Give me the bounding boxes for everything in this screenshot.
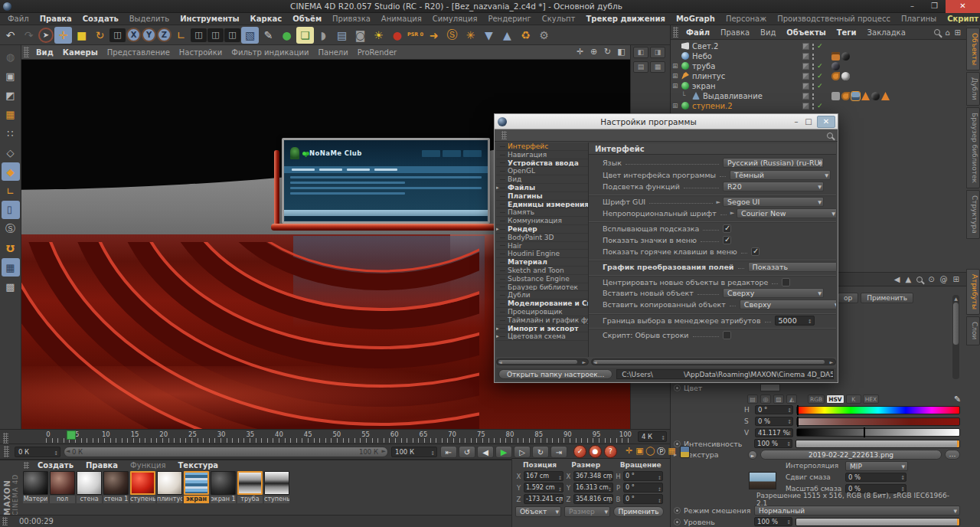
left-tool-icon[interactable]: Ⓢ bbox=[2, 220, 20, 238]
channel-radio[interactable] bbox=[674, 385, 681, 391]
layout-toggle3-icon[interactable]: ▤ bbox=[633, 61, 648, 73]
coords-size-select[interactable]: Размер bbox=[564, 506, 610, 517]
settings-tree-item[interactable]: Houdini Engine bbox=[496, 250, 588, 258]
object-name[interactable]: Выдавливание bbox=[703, 91, 763, 101]
menu-item[interactable]: Привязка bbox=[327, 13, 376, 25]
apply-button[interactable]: Применить bbox=[613, 506, 664, 517]
object-tag-icon[interactable] bbox=[841, 92, 850, 100]
object-tag-icon[interactable] bbox=[831, 72, 840, 80]
pref-checkbox[interactable] bbox=[723, 224, 731, 233]
size-field[interactable]: 367.348 cm bbox=[573, 471, 613, 481]
menu-item[interactable]: Файл bbox=[2, 13, 34, 25]
object-row[interactable]: ⊞ └ труба ✓ bbox=[671, 61, 967, 71]
drag-grip[interactable] bbox=[501, 131, 507, 139]
left-tool-icon[interactable]: ∷ bbox=[2, 124, 20, 142]
size-field[interactable]: 354.816 cm bbox=[573, 494, 613, 504]
settings-tree-item[interactable]: Дубли bbox=[496, 291, 588, 300]
material-item[interactable]: Матери bbox=[23, 471, 48, 503]
menu-item[interactable]: Трекер движения bbox=[580, 13, 670, 25]
toolbar-icon[interactable]: ➤ bbox=[38, 28, 54, 43]
playback-button[interactable]: ▷ bbox=[514, 446, 531, 458]
object-tag-icon[interactable] bbox=[831, 62, 840, 70]
layer-chip[interactable] bbox=[802, 63, 809, 70]
menu-item[interactable]: MoGraph bbox=[671, 13, 720, 25]
settings-tree-item[interactable]: Файлы bbox=[496, 184, 588, 192]
settings-tree-item[interactable]: Цветовая схема bbox=[496, 332, 588, 341]
viewport-nav-icon[interactable]: ◧ bbox=[616, 47, 627, 57]
object-name[interactable]: Свет.2 bbox=[692, 41, 718, 51]
material-sphere[interactable] bbox=[184, 471, 209, 495]
minimize-button[interactable]: – bbox=[901, 0, 923, 13]
toolbar-icon[interactable]: ❏ bbox=[296, 27, 314, 44]
range-end-field[interactable]: 100 К bbox=[391, 447, 437, 457]
visibility-dots[interactable] bbox=[812, 43, 815, 50]
toolbar-icon[interactable]: ✎ bbox=[260, 27, 277, 44]
attr-search-icon[interactable] bbox=[916, 277, 923, 283]
enabled-check-icon[interactable]: ✓ bbox=[817, 81, 823, 91]
toolbar-icon[interactable]: ✛ bbox=[54, 27, 72, 44]
viewport-nav-icon[interactable]: ✛ bbox=[574, 47, 586, 57]
timeline-range-slider[interactable]: 0 К 100 К bbox=[64, 447, 388, 457]
menu-item[interactable]: Анимация bbox=[376, 13, 427, 25]
pref-dropdown[interactable]: Сверху bbox=[723, 288, 824, 298]
material-sphere[interactable] bbox=[23, 471, 48, 495]
menu-item[interactable]: Плагины bbox=[896, 13, 942, 25]
visibility-dots[interactable] bbox=[812, 53, 815, 60]
object-tag-icon[interactable] bbox=[841, 72, 850, 80]
visibility-dots[interactable] bbox=[812, 93, 815, 100]
menu-item[interactable]: Каркас bbox=[245, 13, 288, 25]
playback-button[interactable]: ⇥ bbox=[550, 446, 567, 458]
object-name[interactable]: плинтус bbox=[692, 71, 725, 81]
saturation-value[interactable]: 0 % bbox=[755, 417, 793, 426]
value-value[interactable]: 41.117 % bbox=[755, 428, 793, 437]
object-row[interactable]: ⊞ └ Выдавливание ✓ bbox=[671, 91, 967, 101]
left-tool-icon[interactable]: ◆ bbox=[2, 162, 20, 181]
expand-icon[interactable]: ⊞ bbox=[672, 61, 679, 71]
panel-tab[interactable]: Объекты bbox=[966, 28, 980, 70]
settings-tree-item[interactable]: Проецировщик bbox=[496, 308, 588, 316]
texture-browse-button[interactable]: … bbox=[945, 450, 960, 460]
settings-tree-item[interactable]: OpenGL bbox=[496, 167, 588, 175]
object-tag-icon[interactable] bbox=[831, 92, 840, 100]
object-row[interactable]: ⊞ └ экран ✓ bbox=[671, 81, 967, 91]
menu-item[interactable]: Инструменты bbox=[175, 13, 244, 25]
toolbar-icon[interactable]: ● bbox=[388, 27, 406, 44]
range-start-field[interactable]: 0 К bbox=[15, 447, 60, 457]
left-tool-icon[interactable]: ∟ bbox=[2, 182, 20, 200]
material-item[interactable]: пол bbox=[50, 471, 75, 503]
record-button[interactable]: ? bbox=[604, 445, 617, 458]
toolbar-icon[interactable]: ↻ bbox=[91, 27, 109, 44]
settings-tree-item[interactable]: Hair bbox=[496, 242, 588, 250]
object-tag-icon[interactable] bbox=[831, 52, 840, 61]
size-field[interactable]: 16.313 cm bbox=[573, 483, 613, 493]
keying-toggle[interactable]: ◯ bbox=[645, 446, 655, 457]
layer-chip[interactable] bbox=[802, 83, 809, 90]
enabled-check-icon[interactable]: ✓ bbox=[817, 71, 823, 81]
material-item[interactable]: ступень bbox=[130, 471, 155, 503]
attr-add-icon[interactable]: ⊞ bbox=[953, 275, 959, 283]
layer-chip[interactable] bbox=[802, 53, 809, 60]
toolbar-icon[interactable]: ↷ bbox=[20, 27, 38, 44]
visibility-dots[interactable] bbox=[812, 83, 815, 90]
toolbar-icon[interactable]: ◗ bbox=[315, 27, 332, 44]
material-menu-item[interactable]: Создать bbox=[31, 461, 80, 470]
object-name[interactable]: труба bbox=[692, 61, 715, 71]
expand-icon[interactable]: ⊞ bbox=[672, 101, 679, 111]
level-radio[interactable] bbox=[674, 519, 681, 525]
toolbar-icon[interactable]: ■ bbox=[73, 27, 90, 44]
expand-arrow-icon[interactable]: ► bbox=[717, 199, 720, 205]
spectrum-icon[interactable]: ▨ bbox=[773, 394, 784, 404]
attribute-tab[interactable]: Применить bbox=[861, 293, 913, 303]
left-tool-icon[interactable]: ▦ bbox=[2, 258, 20, 277]
wheel-icon[interactable]: ◎ bbox=[760, 394, 771, 404]
rotation-field[interactable]: 0 ° bbox=[623, 483, 663, 493]
toolbar-icon[interactable]: ▧ bbox=[241, 27, 259, 44]
left-tool-icon[interactable]: ◇ bbox=[2, 143, 20, 162]
layout-toggle4-icon[interactable]: ▦ bbox=[650, 61, 665, 73]
drag-grip[interactable] bbox=[24, 462, 29, 469]
toolbar-icon[interactable]: X bbox=[126, 28, 141, 42]
settings-tree-item[interactable]: Навигация bbox=[496, 151, 588, 159]
attr-lock-icon[interactable]: ⊙ bbox=[928, 275, 934, 283]
toolbar-icon[interactable]: ∟ bbox=[172, 27, 190, 44]
playback-button[interactable]: ◀ bbox=[477, 446, 494, 458]
